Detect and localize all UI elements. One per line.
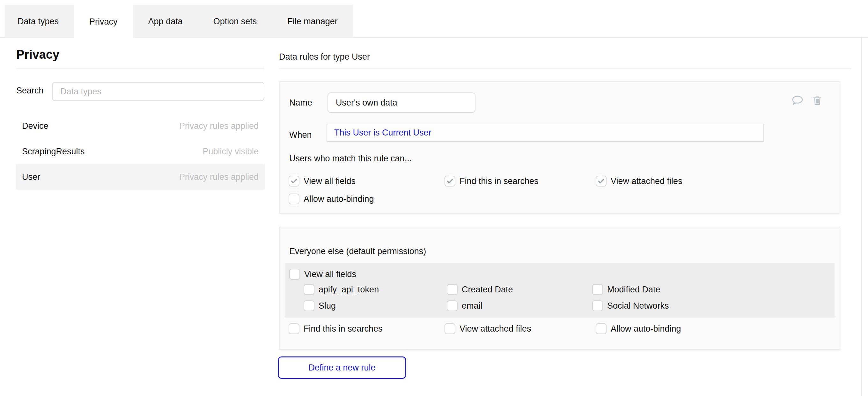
tab-label: Option sets bbox=[213, 17, 257, 27]
checkbox-label: Social Networks bbox=[607, 301, 669, 311]
search-label: Search bbox=[16, 86, 44, 96]
data-type-row-scrapingresults[interactable]: ScrapingResults Publicly visible bbox=[16, 139, 265, 164]
name-label: Name bbox=[289, 98, 312, 108]
when-label: When bbox=[289, 130, 312, 140]
checkbox-box[interactable] bbox=[288, 323, 300, 334]
main-divider bbox=[279, 68, 851, 69]
checkbox-label: View attached files bbox=[611, 176, 682, 186]
checkbox-box[interactable] bbox=[444, 323, 455, 334]
rule-subtitle: Users who match this rule can... bbox=[289, 154, 412, 163]
when-condition-box[interactable]: This User is Current User bbox=[327, 124, 764, 142]
checkbox-box[interactable] bbox=[596, 323, 607, 334]
checkbox-label: Slug bbox=[318, 301, 336, 311]
checkbox-label: Find this in searches bbox=[460, 176, 538, 186]
checkbox-field-social-networks[interactable]: Social Networks bbox=[592, 300, 669, 311]
checkbox-field-slug[interactable]: Slug bbox=[304, 300, 336, 311]
checkbox-box[interactable] bbox=[288, 176, 300, 186]
check-icon bbox=[597, 177, 605, 185]
sidebar-divider bbox=[16, 68, 264, 69]
checkbox-view-all-fields[interactable]: View all fields bbox=[288, 175, 355, 187]
privacy-status: Privacy rules applied bbox=[179, 172, 259, 182]
checkbox-box[interactable] bbox=[447, 300, 458, 311]
tab-privacy[interactable]: Privacy bbox=[74, 5, 133, 38]
rule-actions bbox=[790, 93, 824, 108]
checkbox-view-all-fields-default[interactable]: View all fields bbox=[289, 269, 356, 280]
checkbox-label: Find this in searches bbox=[304, 324, 383, 334]
privacy-status: Publicly visible bbox=[203, 147, 259, 157]
tab-data-types[interactable]: Data types bbox=[5, 5, 74, 38]
default-card-title: Everyone else (default permissions) bbox=[289, 246, 426, 256]
checkbox-label: View attached files bbox=[460, 324, 531, 334]
checkbox-label: apify_api_token bbox=[318, 285, 379, 295]
checkbox-field-email[interactable]: email bbox=[447, 300, 483, 311]
checkbox-label: Created Date bbox=[462, 285, 513, 295]
checkbox-box[interactable] bbox=[304, 300, 314, 311]
checkbox-box[interactable] bbox=[444, 176, 455, 186]
checkbox-label: email bbox=[462, 301, 483, 311]
checkbox-view-attached-files[interactable]: View attached files bbox=[596, 175, 682, 187]
checkbox-field-modified-date[interactable]: Modified Date bbox=[592, 284, 660, 295]
rule-name-input[interactable] bbox=[328, 92, 475, 113]
checkbox-label: Allow auto-binding bbox=[304, 194, 374, 204]
checkbox-allow-auto-binding-default[interactable]: Allow auto-binding bbox=[596, 323, 681, 334]
checkbox-label: Allow auto-binding bbox=[611, 324, 681, 334]
checkbox-box[interactable] bbox=[304, 284, 314, 295]
privacy-rule-card: Name When This User is Current User User… bbox=[279, 81, 840, 214]
data-type-name: User bbox=[22, 172, 40, 182]
when-condition-text: This User is Current User bbox=[334, 128, 431, 138]
checkbox-box[interactable] bbox=[289, 269, 300, 280]
default-permissions-card: Everyone else (default permissions) View… bbox=[279, 227, 840, 350]
data-rules-heading: Data rules for type User bbox=[279, 52, 370, 62]
tab-bar: Data types Privacy App data Option sets … bbox=[5, 5, 353, 38]
check-icon bbox=[290, 177, 298, 185]
privacy-status: Privacy rules applied bbox=[179, 121, 259, 131]
data-type-name: Device bbox=[22, 121, 49, 131]
data-type-row-user[interactable]: User Privacy rules applied bbox=[16, 164, 265, 190]
checkbox-box[interactable] bbox=[592, 300, 603, 311]
fields-band: View all fields apify_api_token Created … bbox=[285, 263, 835, 317]
define-new-rule-button[interactable]: Define a new rule bbox=[278, 357, 406, 379]
checkbox-find-in-searches[interactable]: Find this in searches bbox=[444, 175, 538, 187]
tab-app-data[interactable]: App data bbox=[133, 5, 198, 38]
checkbox-view-attached-files-default[interactable]: View attached files bbox=[444, 323, 531, 334]
privacy-settings-page: Data types Privacy App data Option sets … bbox=[0, 0, 868, 396]
search-input[interactable] bbox=[52, 82, 265, 101]
trash-icon[interactable] bbox=[810, 93, 824, 108]
tab-option-sets[interactable]: Option sets bbox=[198, 5, 272, 38]
check-icon bbox=[446, 177, 454, 185]
data-type-name: ScrapingResults bbox=[22, 147, 85, 157]
checkbox-field-created-date[interactable]: Created Date bbox=[447, 284, 513, 295]
comment-icon[interactable] bbox=[790, 93, 805, 108]
tab-file-manager[interactable]: File manager bbox=[272, 5, 353, 38]
tab-label: Data types bbox=[18, 17, 59, 27]
right-panel-edge bbox=[861, 38, 862, 396]
checkbox-box[interactable] bbox=[447, 284, 458, 295]
tab-label: App data bbox=[148, 17, 183, 27]
tab-label: Privacy bbox=[89, 17, 118, 27]
checkbox-label: View all fields bbox=[304, 176, 355, 186]
data-type-row-device[interactable]: Device Privacy rules applied bbox=[16, 113, 265, 139]
checkbox-box[interactable] bbox=[596, 176, 607, 186]
checkbox-field-apify-api-token[interactable]: apify_api_token bbox=[304, 284, 379, 295]
checkbox-find-in-searches-default[interactable]: Find this in searches bbox=[288, 323, 383, 334]
checkbox-allow-auto-binding[interactable]: Allow auto-binding bbox=[288, 193, 374, 205]
checkbox-label: Modified Date bbox=[607, 285, 660, 295]
page-title: Privacy bbox=[16, 48, 59, 62]
checkbox-box[interactable] bbox=[592, 284, 603, 295]
checkbox-box[interactable] bbox=[288, 193, 300, 204]
tab-label: File manager bbox=[287, 17, 338, 27]
checkbox-label: View all fields bbox=[304, 269, 356, 279]
